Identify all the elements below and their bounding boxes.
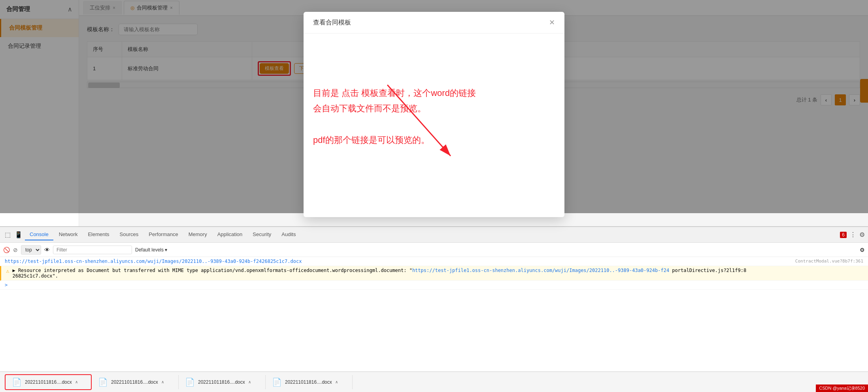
csdn-badge: CSDN @yana记录8520 xyxy=(816,384,868,392)
devtools-tab-sources[interactable]: Sources xyxy=(115,229,143,240)
eye-icon[interactable]: 👁 xyxy=(44,247,50,253)
download-file-icon-3: 📄 xyxy=(185,377,195,387)
download-item-1[interactable]: 📄 202211011816....docx ∧ xyxy=(5,374,92,390)
download-name-4: 202211011816....docx xyxy=(285,379,332,385)
download-name-2: 202211011816....docx xyxy=(111,379,158,385)
modal-body: 目前是 点击 模板查看时，这个word的链接 会自动下载文件而不是预览。 pdf… xyxy=(304,34,564,199)
devtools-tab-performance[interactable]: Performance xyxy=(144,229,183,240)
console-prompt: > xyxy=(5,282,8,288)
console-text-continuation: portalDirective.js?2l1f9:8 xyxy=(669,268,746,273)
download-name-3: 202211011816....docx xyxy=(198,379,245,385)
download-item-3[interactable]: 📄 202211011816....docx ∧ xyxy=(179,375,266,389)
console-line-2-text: ▶ Resource interpreted as Document but t… xyxy=(12,268,863,279)
devtools-tabs: ⬚ 📱 Console Network Elements Sources Per… xyxy=(0,227,868,243)
default-levels-label[interactable]: Default levels ▾ xyxy=(135,247,167,253)
devtools-toolbar: 🚫 ⊘ top 👁 Default levels ▾ ⚙ xyxy=(0,243,868,257)
console-line-3: > xyxy=(0,281,868,290)
warning-icon: ⚠ xyxy=(6,268,9,274)
modal-text-1: 目前是 点击 模板查看时，这个word的链接 xyxy=(313,85,555,101)
modal-text-3 xyxy=(313,116,555,132)
download-chevron-4[interactable]: ∧ xyxy=(335,380,338,384)
console-link-2[interactable]: https://test-jpfile1.oss-cn-shenzhen.ali… xyxy=(412,268,669,273)
console-ref-1: ContractModal.vue?8b7f:361 xyxy=(795,259,863,264)
devtools-tab-application[interactable]: Application xyxy=(213,229,247,240)
toolbar-clear-icon[interactable]: ⊘ xyxy=(13,247,18,253)
scope-select[interactable]: top xyxy=(21,245,41,255)
modal-text-4: pdf的那个链接是可以预览的。 xyxy=(313,132,555,148)
download-file-icon-4: 📄 xyxy=(272,377,282,387)
settings-icon-toolbar[interactable]: ⚙ xyxy=(860,247,865,253)
toolbar-block-icon[interactable]: 🚫 xyxy=(3,247,10,253)
modal-overlay[interactable]: 查看合同模板 ✕ 目前是 点击 模板查看时，这个word的链接 会自动下载文件而… xyxy=(0,0,868,213)
devtools-tab-memory[interactable]: Memory xyxy=(184,229,212,240)
download-chevron-2[interactable]: ∧ xyxy=(161,380,164,384)
devtools-icon-device[interactable]: 📱 xyxy=(13,229,24,240)
filter-input[interactable] xyxy=(53,246,132,254)
modal-title: 查看合同模板 xyxy=(313,19,351,27)
devtools-tab-security[interactable]: Security xyxy=(248,229,276,240)
console-line-2: ⚠ ▶ Resource interpreted as Document but… xyxy=(0,266,868,281)
devtools-icon-inspect[interactable]: ⬚ xyxy=(3,229,12,240)
download-item-4[interactable]: 📄 202211011816....docx ∧ xyxy=(266,375,353,389)
modal-text-2: 会自动下载文件而不是预览。 xyxy=(313,101,555,116)
console-line-1: https://test-jpfile1.oss-cn-shenzhen.ali… xyxy=(0,257,868,266)
devtools-settings-icon[interactable]: ⚙ xyxy=(859,231,865,238)
downloads-bar: 📄 202211011816....docx ∧ 📄 202211011816.… xyxy=(0,371,868,392)
devtools-tab-elements[interactable]: Elements xyxy=(83,229,114,240)
modal-close-btn[interactable]: ✕ xyxy=(549,18,555,27)
devtools-tab-console[interactable]: Console xyxy=(25,229,53,240)
devtools-tab-icons: 6 ⋮ ⚙ xyxy=(840,231,865,238)
devtools-tab-network[interactable]: Network xyxy=(54,229,83,240)
download-file-icon-2: 📄 xyxy=(98,377,108,387)
error-badge: 6 xyxy=(840,232,847,238)
download-name-1: 202211011816....docx xyxy=(25,379,72,385)
download-chevron-1[interactable]: ∧ xyxy=(75,380,78,384)
modal: 查看合同模板 ✕ 目前是 点击 模板查看时，这个word的链接 会自动下载文件而… xyxy=(304,12,564,217)
modal-header: 查看合同模板 ✕ xyxy=(304,12,564,34)
console-link-1[interactable]: https://test-jpfile1.oss-cn-shenzhen.ali… xyxy=(5,259,302,264)
console-line-1-text: https://test-jpfile1.oss-cn-shenzhen.ali… xyxy=(5,259,792,264)
devtools-more-icon[interactable]: ⋮ xyxy=(850,231,856,238)
devtools-tab-audits[interactable]: Audits xyxy=(277,229,300,240)
devtools-panel: ⬚ 📱 Console Network Elements Sources Per… xyxy=(0,226,868,392)
download-item-2[interactable]: 📄 202211011816....docx ∧ xyxy=(92,375,179,389)
download-file-icon-1: 📄 xyxy=(12,377,22,387)
download-chevron-3[interactable]: ∧ xyxy=(248,380,251,384)
